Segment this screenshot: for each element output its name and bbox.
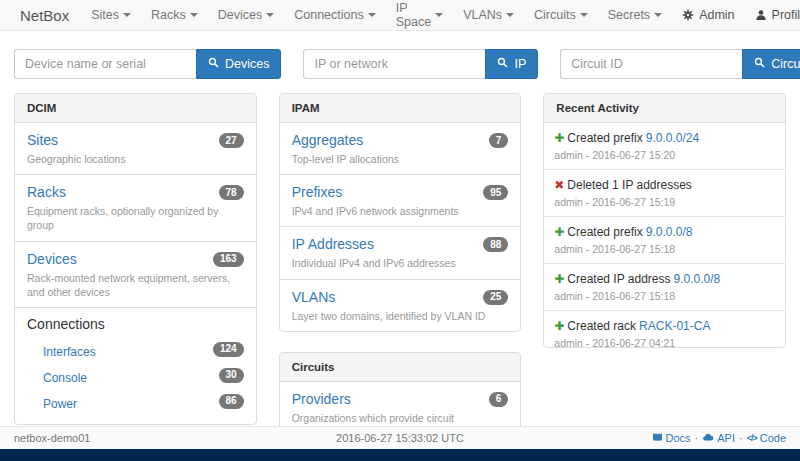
item-description: Geographic locations (27, 152, 244, 166)
code-icon: </> (747, 433, 757, 443)
activity-item: ✚Created prefix9.0.0.0/24 admin - 2016-0… (544, 123, 785, 170)
activity-object-link[interactable]: 9.0.0.0/24 (646, 131, 699, 145)
api-link[interactable]: API (702, 432, 735, 445)
list-item[interactable]: 163 Devices Rack-mounted network equipme… (15, 242, 256, 308)
book-icon (652, 432, 663, 445)
nav-item-circuits[interactable]: Circuits (524, 0, 598, 30)
item-description: Top-level IP allocations (292, 152, 509, 166)
aggregates-link[interactable]: Aggregates (292, 132, 364, 148)
column-middle: IPAM 7 Aggregates Top-level IP allocatio… (279, 93, 522, 461)
recent-activity-panel: Recent Activity ✚Created prefix9.0.0.0/2… (543, 93, 786, 348)
activity-item: ✚Created rackRACK-01-CA admin - 2016-06-… (544, 311, 785, 347)
nav-item-sites[interactable]: Sites (81, 0, 141, 30)
count-badge: 86 (219, 394, 244, 409)
nav-menu: Sites Racks Devices Connections IP Space… (81, 0, 672, 30)
column-left: DCIM 27 Sites Geographic locations 78 Ra… (14, 93, 257, 461)
circuit-search-button[interactable]: Circuits (742, 49, 800, 79)
count-badge: 7 (489, 133, 509, 148)
devices-link[interactable]: Devices (27, 251, 77, 267)
count-badge: 27 (219, 133, 244, 148)
docs-label: Docs (666, 432, 691, 444)
nav-item-devices[interactable]: Devices (208, 0, 284, 30)
device-search-input[interactable] (14, 49, 196, 79)
chevron-down-icon (580, 13, 588, 17)
device-search-button[interactable]: Devices (196, 49, 281, 79)
device-search-button-label: Devices (225, 57, 269, 71)
list-item[interactable]: 7 Aggregates Top-level IP allocations (280, 123, 521, 175)
connections-sub-item: 124 Interfaces (27, 338, 244, 364)
code-label: Code (760, 432, 786, 444)
activity-object-link[interactable]: 9.0.0.0/8 (646, 225, 693, 239)
list-item[interactable]: 27 Sites Geographic locations (15, 123, 256, 175)
nav-item-racks[interactable]: Racks (141, 0, 208, 30)
activity-action: Deleted 1 IP addresses (567, 178, 692, 192)
docs-link[interactable]: Docs (652, 432, 691, 445)
power-link[interactable]: Power (43, 397, 77, 411)
user-icon (755, 9, 767, 21)
item-description: Individual IPv4 and IPv6 addresses (292, 256, 509, 270)
list-item[interactable]: 88 IP Addresses Individual IPv4 and IPv6… (280, 227, 521, 279)
chevron-down-icon (368, 13, 376, 17)
nav-item-ip-space[interactable]: IP Space (386, 0, 453, 30)
nav-item-secrets[interactable]: Secrets (598, 0, 672, 30)
circuit-search-input[interactable] (560, 49, 742, 79)
bottom-brand-strip (0, 449, 800, 461)
search-icon (754, 57, 765, 71)
nav-item-connections[interactable]: Connections (284, 0, 386, 30)
ip-search-button[interactable]: IP (485, 49, 538, 79)
activity-action: Created prefix (567, 131, 642, 145)
activity-meta: admin - 2016-06-27 15:18 (554, 290, 775, 302)
racks-link[interactable]: Racks (27, 184, 66, 200)
list-item[interactable]: 78 Racks Equipment racks, optionally org… (15, 175, 256, 241)
activity-item: ✚Created prefix9.0.0.0/8 admin - 2016-06… (544, 217, 785, 264)
activity-meta: admin - 2016-06-27 15:18 (554, 243, 775, 255)
activity-meta: admin - 2016-06-27 04:21 (554, 337, 775, 347)
admin-link[interactable]: Admin (672, 0, 744, 30)
device-search-group: Devices (14, 49, 281, 79)
count-badge: 25 (483, 290, 508, 305)
nav-item-vlans[interactable]: VLANs (453, 0, 524, 30)
item-description: Equipment racks, optionally organized by… (27, 204, 244, 232)
item-description: Layer two domains, identified by VLAN ID (292, 309, 509, 323)
activity-object-link[interactable]: 9.0.0.0/8 (674, 272, 721, 286)
nav-item-label: Devices (218, 8, 262, 22)
chevron-down-icon (654, 13, 662, 17)
plus-icon: ✚ (554, 225, 567, 239)
nav-item-label: Secrets (608, 8, 650, 22)
sites-link[interactable]: Sites (27, 132, 58, 148)
connections-sub-item: 86 Power (27, 390, 244, 416)
profile-label: Profile (772, 8, 800, 22)
connections-block: Connections 124 Interfaces 30 Console 86… (15, 308, 256, 424)
count-badge: 78 (219, 185, 244, 200)
console-link[interactable]: Console (43, 371, 87, 385)
interfaces-link[interactable]: Interfaces (43, 345, 96, 359)
activity-list[interactable]: ✚Created prefix9.0.0.0/24 admin - 2016-0… (544, 123, 785, 347)
ip-search-input[interactable] (303, 49, 485, 79)
panel-title: Recent Activity (544, 94, 785, 123)
list-item[interactable]: 95 Prefixes IPv4 and IPv6 network assign… (280, 175, 521, 227)
separator: · (739, 432, 743, 444)
list-item[interactable]: 25 VLANs Layer two domains, identified b… (280, 280, 521, 331)
delete-icon: ✖ (554, 178, 567, 192)
count-badge: 88 (483, 237, 508, 252)
ip-addresses-link[interactable]: IP Addresses (292, 236, 374, 252)
column-right: Recent Activity ✚Created prefix9.0.0.0/2… (543, 93, 786, 368)
chevron-down-icon (123, 13, 131, 17)
prefixes-link[interactable]: Prefixes (292, 184, 343, 200)
activity-action: Created rack (567, 319, 636, 333)
activity-object-link[interactable]: RACK-01-CA (639, 319, 710, 333)
profile-link[interactable]: Profile (745, 0, 800, 30)
count-badge: 30 (219, 368, 244, 383)
circuit-search-button-label: Circuits (771, 57, 800, 71)
chevron-down-icon (435, 13, 443, 17)
count-badge: 124 (213, 342, 244, 357)
chevron-down-icon (266, 13, 274, 17)
panel-title: IPAM (280, 94, 521, 123)
activity-item: ✚Created IP address9.0.0.0/8 admin - 201… (544, 264, 785, 311)
brand-logo[interactable]: NetBox (8, 0, 81, 30)
nav-item-label: Racks (151, 8, 186, 22)
vlans-link[interactable]: VLANs (292, 289, 336, 305)
separator: · (695, 432, 699, 444)
providers-link[interactable]: Providers (292, 391, 351, 407)
code-link[interactable]: </> Code (747, 432, 786, 444)
